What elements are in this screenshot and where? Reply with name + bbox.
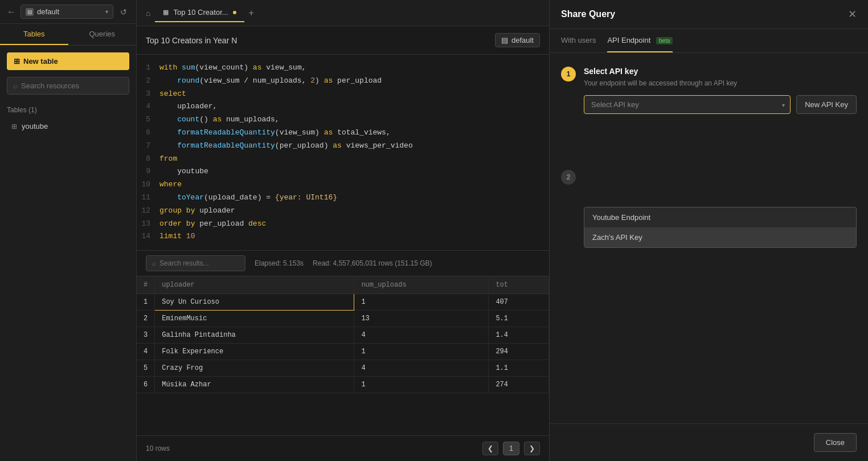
step-2-number: 2	[561, 170, 576, 185]
tab-api-endpoint[interactable]: API Endpoint beta	[607, 29, 673, 52]
share-footer: Close	[550, 423, 868, 461]
cell-row-4-num: 4	[137, 344, 155, 360]
search-resources[interactable]: ⌕	[7, 77, 129, 95]
api-key-dropdown: Youtube Endpoint Zach's API Key	[584, 207, 857, 248]
results-search[interactable]: ⌕	[146, 255, 245, 271]
table-icon: ⊞	[14, 57, 20, 66]
pagination: 10 rows ❮ 1 ❯	[137, 435, 549, 461]
table-row: 5 Crazy Frog 4 1.1	[137, 360, 549, 377]
code-line-2: 2 round(view_sum / num_uploads, 2) as pe…	[137, 75, 549, 88]
col-header-uploader: uploader	[155, 276, 354, 294]
col-header-num: #	[137, 276, 155, 294]
code-line-6: 6 formatReadableQuantity(view_sum) as to…	[137, 127, 549, 140]
refresh-button[interactable]: ↺	[118, 5, 129, 19]
step-2: 2	[561, 170, 857, 185]
code-line-7: 7 formatReadableQuantity(per_upload) as …	[137, 140, 549, 153]
col-header-num-uploads: num_uploads	[354, 276, 489, 294]
cell-row-2-uploads: 13	[354, 311, 489, 327]
step-1-title: Select API key	[584, 67, 857, 76]
cell-row-6-uploads: 1	[354, 377, 489, 393]
prev-page-button[interactable]: ❮	[482, 442, 498, 455]
tab-with-users[interactable]: With users	[561, 29, 596, 52]
cell-row-1-uploads: 1	[354, 294, 489, 311]
search-icon: ⌕	[152, 259, 156, 267]
add-tab-button[interactable]: +	[244, 3, 259, 23]
share-title: Share Query	[561, 9, 615, 19]
cell-row-4-uploader: Folk Experience	[155, 344, 354, 360]
search-resources-input[interactable]	[21, 81, 123, 90]
db-name: default	[37, 7, 102, 16]
tables-header: Tables (1)	[7, 106, 129, 114]
code-line-14: 14 limit 10	[137, 230, 549, 243]
next-page-button[interactable]: ❯	[524, 442, 540, 455]
tab-queries[interactable]: Queries	[68, 24, 137, 45]
sidebar-item-youtube[interactable]: ⊞ youtube	[7, 119, 129, 134]
code-line-9: 9 youtube	[137, 165, 549, 178]
cell-row-2-tot: 5.1	[489, 311, 549, 327]
cell-row-4-uploads: 1	[354, 344, 489, 360]
new-api-key-button[interactable]: New API Key	[796, 95, 857, 114]
code-line-1: 1 with sum(view_count) as view_sum,	[137, 62, 549, 75]
cell-row-2-num: 2	[137, 311, 155, 327]
share-tabs: With users API Endpoint beta	[550, 29, 868, 53]
close-button[interactable]: Close	[814, 433, 857, 452]
page-current: 1	[503, 442, 519, 455]
api-key-select[interactable]: Select API key Youtube Endpoint Zach's A…	[584, 95, 791, 114]
query-tab-icon: ▦	[163, 9, 169, 16]
data-table: # uploader num_uploads tot 1 Soy Un Curi…	[137, 276, 549, 393]
sidebar-top: ← ▤ default ▾ ↺	[0, 0, 136, 24]
home-button[interactable]: ⌂	[141, 4, 155, 22]
table-row: 3 Galinha Pintadinha 4 1.4	[137, 327, 549, 344]
cell-row-3-num: 3	[137, 327, 155, 344]
sidebar-tabs: Tables Queries	[0, 24, 136, 46]
tab-tables[interactable]: Tables	[0, 24, 68, 45]
query-header: Top 10 Creators in Year N ▤ default	[137, 26, 549, 55]
step-1-desc: Your endpoint will be accessed through a…	[584, 79, 857, 87]
back-icon[interactable]: ←	[7, 7, 16, 17]
code-line-13: 13 order by per_upload desc	[137, 218, 549, 231]
db-icon: ▤	[26, 8, 34, 16]
tab-query-top10[interactable]: ▦ Top 10 Creator...	[155, 3, 244, 22]
elapsed-text: Elapsed: 5.153s	[255, 259, 304, 267]
tab-bar: ⌂ ▦ Top 10 Creator... +	[137, 0, 549, 26]
beta-badge: beta	[656, 37, 673, 44]
chevron-down-icon: ▾	[105, 9, 108, 15]
dropdown-item-zach[interactable]: Zach's API Key	[584, 227, 856, 247]
results-search-input[interactable]	[159, 259, 239, 267]
query-title: Top 10 Creators in Year N	[146, 36, 237, 45]
api-key-row: Select API key Youtube Endpoint Zach's A…	[584, 95, 857, 114]
cell-row-5-tot: 1.1	[489, 360, 549, 377]
code-line-10: 10 where	[137, 178, 549, 191]
code-line-3: 3 select	[137, 88, 549, 101]
cell-row-1-num: 1	[137, 294, 155, 311]
cell-row-5-num: 5	[137, 360, 155, 377]
code-line-8: 8 from	[137, 153, 549, 166]
rows-count: 10 rows	[146, 444, 170, 452]
share-header: Share Query ✕	[550, 0, 868, 29]
share-panel: Share Query ✕ With users API Endpoint be…	[549, 0, 868, 461]
cell-row-6-tot: 274	[489, 377, 549, 393]
sidebar: ← ▤ default ▾ ↺ Tables Queries ⊞ New tab…	[0, 0, 137, 461]
close-panel-button[interactable]: ✕	[848, 9, 857, 19]
cell-row-5-uploader: Crazy Frog	[155, 360, 354, 377]
step-2-body	[584, 170, 857, 185]
cell-row-4-tot: 294	[489, 344, 549, 360]
new-table-button[interactable]: ⊞ New table	[7, 52, 129, 70]
cell-row-3-uploader: Galinha Pintadinha	[155, 327, 354, 344]
cell-row-1-tot: 407	[489, 294, 549, 311]
code-line-5: 5 count() as num_uploads,	[137, 113, 549, 127]
cell-row-6-num: 6	[137, 377, 155, 393]
cell-row-2-uploader: EminemMusic	[155, 311, 354, 327]
main-area: ⌂ ▦ Top 10 Creator... + Top 10 Creators …	[137, 0, 549, 461]
cell-row-1-uploader[interactable]: Soy Un Curioso	[155, 294, 354, 311]
dropdown-item-youtube[interactable]: Youtube Endpoint	[584, 207, 856, 227]
db-badge: ▤ default	[495, 33, 540, 47]
db-selector[interactable]: ▤ default ▾	[21, 5, 113, 19]
search-icon: ⌕	[13, 81, 18, 90]
cell-row-6-uploader: Músika Azhar	[155, 377, 354, 393]
table-icon: ⊞	[11, 123, 17, 130]
table-row: 2 EminemMusic 13 5.1	[137, 311, 549, 327]
select-wrapper: Select API key Youtube Endpoint Zach's A…	[584, 95, 791, 114]
code-editor[interactable]: 1 with sum(view_count) as view_sum, 2 ro…	[137, 55, 549, 251]
tab-unsaved-dot	[233, 11, 236, 14]
